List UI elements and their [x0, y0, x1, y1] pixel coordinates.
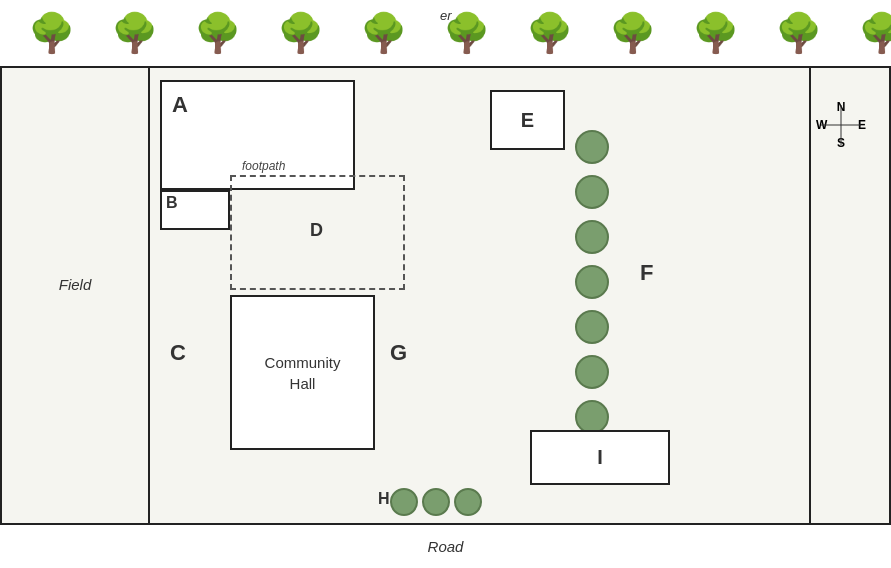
h-tree-3: [454, 488, 482, 516]
map-container: 🌳 🌳 🌳 🌳 🌳 🌳 🌳 🌳 🌳 🌳 🌳 er Road Field A B …: [0, 0, 891, 568]
green-tree-2: [575, 175, 609, 209]
field-label: Field: [10, 276, 140, 293]
top-tree-8: 🌳: [609, 14, 656, 52]
building-e: E: [490, 90, 565, 150]
top-tree-9: 🌳: [692, 14, 739, 52]
building-i: I: [530, 430, 670, 485]
top-tree-2: 🌳: [111, 14, 158, 52]
top-tree-1: 🌳: [28, 14, 75, 52]
label-i: I: [597, 446, 603, 469]
road-area: Road: [0, 523, 891, 568]
h-tree-1: [390, 488, 418, 516]
community-hall-label: CommunityHall: [265, 352, 341, 394]
field-boundary-line: [148, 68, 150, 523]
top-tree-11: 🌳: [858, 14, 891, 52]
building-b: B: [160, 190, 230, 230]
h-trees-group: [390, 488, 482, 516]
green-tree-3: [575, 220, 609, 254]
label-h: H: [378, 490, 390, 508]
top-tree-3: 🌳: [194, 14, 241, 52]
compass-inner: N S W E: [816, 100, 866, 150]
compass-rose: N S W E: [811, 95, 871, 155]
label-c: C: [170, 340, 186, 366]
top-tree-4: 🌳: [277, 14, 324, 52]
road-label: Road: [428, 538, 464, 555]
label-d: D: [310, 220, 323, 241]
compass-vertical-line: [841, 105, 842, 145]
green-tree-7: [575, 400, 609, 434]
footpath-label: footpath: [242, 159, 285, 173]
top-tree-5: 🌳: [360, 14, 407, 52]
top-er-label: er: [440, 8, 452, 23]
building-a: A: [160, 80, 355, 190]
green-tree-1: [575, 130, 609, 164]
green-tree-6: [575, 355, 609, 389]
h-tree-2: [422, 488, 450, 516]
label-a: A: [172, 92, 188, 118]
label-e: E: [521, 109, 534, 132]
label-f: F: [640, 260, 653, 286]
label-g: G: [390, 340, 407, 366]
label-b: B: [166, 194, 178, 212]
community-hall-building: CommunityHall: [230, 295, 375, 450]
green-tree-5: [575, 310, 609, 344]
top-tree-7: 🌳: [526, 14, 573, 52]
top-tree-10: 🌳: [775, 14, 822, 52]
green-tree-4: [575, 265, 609, 299]
